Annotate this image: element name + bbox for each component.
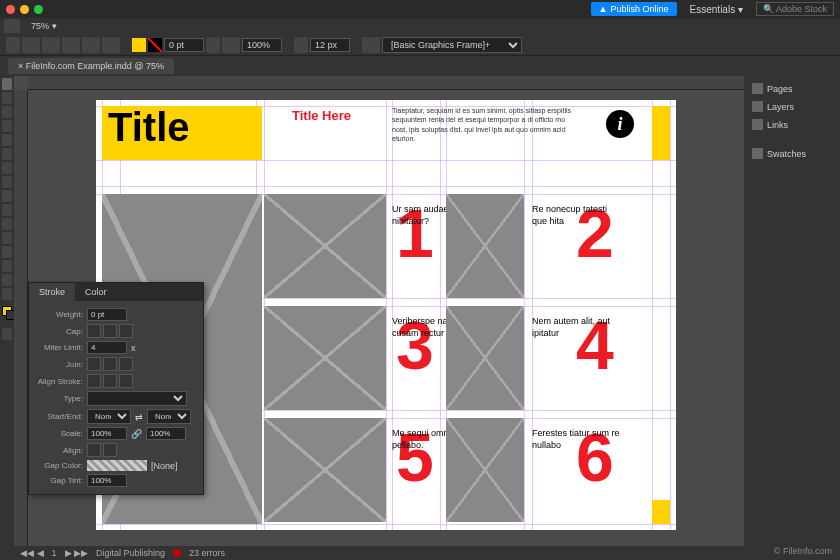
- cap-round-icon[interactable]: [103, 324, 117, 338]
- eyedropper-tool[interactable]: [2, 260, 12, 272]
- subtitle-text[interactable]: Title Here: [292, 108, 351, 123]
- cap-butt-icon[interactable]: [87, 324, 101, 338]
- gap-tool[interactable]: [2, 120, 12, 132]
- publish-button[interactable]: ▲ Publish Online: [591, 2, 677, 16]
- view-mode-tool[interactable]: [2, 328, 12, 340]
- stroke-style-icon[interactable]: [206, 37, 220, 53]
- page-number[interactable]: 1: [52, 548, 57, 558]
- stroke-weight-input[interactable]: [164, 38, 204, 52]
- join-miter-icon[interactable]: [87, 357, 101, 371]
- maximize-icon[interactable]: [34, 5, 43, 14]
- free-transform-tool[interactable]: [2, 232, 12, 244]
- swatches-icon: [752, 148, 763, 159]
- opacity-input[interactable]: [242, 38, 282, 52]
- selection-tool[interactable]: [2, 78, 12, 90]
- swatches-panel-button[interactable]: Swatches: [748, 145, 836, 162]
- pages-panel-button[interactable]: Pages: [748, 80, 836, 97]
- image-frame[interactable]: [446, 418, 524, 522]
- errors-label[interactable]: 23 errors: [189, 548, 225, 558]
- align-group-icon[interactable]: [62, 37, 80, 53]
- color-tab[interactable]: Color: [75, 283, 117, 301]
- caption-text[interactable]: Re nonecup tatesti que hita: [532, 204, 620, 227]
- end-select[interactable]: None: [147, 409, 191, 424]
- zoom-tool[interactable]: [2, 288, 12, 300]
- align-inside-icon[interactable]: [103, 374, 117, 388]
- align-outside-icon[interactable]: [119, 374, 133, 388]
- miter-input[interactable]: [87, 341, 127, 354]
- corner-icon[interactable]: [294, 37, 308, 53]
- pages-icon: [752, 83, 763, 94]
- distribute-icon[interactable]: [82, 37, 100, 53]
- stroke-swatch[interactable]: [148, 38, 162, 52]
- effects-icon[interactable]: [222, 37, 240, 53]
- line-tool[interactable]: [2, 148, 12, 160]
- text-wrap-icon[interactable]: [362, 37, 380, 53]
- app-menu-icon[interactable]: [4, 19, 20, 33]
- scissors-tool[interactable]: [2, 218, 12, 230]
- align-group-icon[interactable]: [42, 37, 60, 53]
- pencil-tool[interactable]: [2, 176, 12, 188]
- type-select[interactable]: [87, 391, 187, 406]
- info-icon[interactable]: i: [606, 110, 634, 138]
- title-text[interactable]: Title: [108, 105, 190, 150]
- scale-start-input[interactable]: [87, 427, 127, 440]
- gap-color-swatch[interactable]: [87, 460, 147, 471]
- corner-input[interactable]: [310, 38, 350, 52]
- join-bevel-icon[interactable]: [119, 357, 133, 371]
- horizontal-ruler[interactable]: [28, 76, 744, 90]
- page-tool[interactable]: [2, 106, 12, 118]
- right-panels: Pages Layers Links Swatches: [744, 76, 840, 560]
- selection-tool-icon[interactable]: [6, 37, 20, 53]
- image-frame[interactable]: [264, 194, 386, 298]
- stroke-panel[interactable]: Stroke Color Weight: Cap: Miter Limit:x …: [28, 282, 204, 495]
- links-icon: [752, 119, 763, 130]
- search-input[interactable]: 🔍 Adobe Stock: [756, 2, 834, 16]
- vertical-ruler[interactable]: [14, 90, 28, 546]
- start-select[interactable]: None: [87, 409, 131, 424]
- layers-icon: [752, 101, 763, 112]
- document-tab[interactable]: × FileInfo.com Example.indd @ 75%: [8, 58, 174, 74]
- body-text[interactable]: Tiaeptatur, sequiam id es sum sinimi, op…: [392, 106, 578, 144]
- hand-tool[interactable]: [2, 274, 12, 286]
- minimize-icon[interactable]: [20, 5, 29, 14]
- gap-tint-input: [87, 474, 127, 487]
- align-center-icon[interactable]: [87, 374, 101, 388]
- scale-end-input[interactable]: [146, 427, 186, 440]
- zoom-select[interactable]: 75% ▾: [31, 21, 57, 31]
- gradient-tool[interactable]: [2, 246, 12, 258]
- color-swatches[interactable]: [2, 306, 12, 326]
- image-frame[interactable]: [446, 306, 524, 410]
- titlebar: ▲ Publish Online Essentials ▾ 🔍 Adobe St…: [0, 0, 840, 18]
- workspace-switcher[interactable]: Essentials ▾: [690, 4, 743, 15]
- rectangle-frame-tool[interactable]: [2, 190, 12, 202]
- watermark: © FileInfo.com: [774, 546, 832, 556]
- intent-label[interactable]: Digital Publishing: [96, 548, 165, 558]
- arrow-align-icon[interactable]: [87, 443, 101, 457]
- links-panel-button[interactable]: Links: [748, 116, 836, 133]
- arrow-align-icon[interactable]: [103, 443, 117, 457]
- stroke-tab[interactable]: Stroke: [29, 283, 75, 301]
- status-bar: ◀◀ ◀ 1 ▶ ▶▶ Digital Publishing 23 errors: [14, 546, 744, 560]
- layers-panel-button[interactable]: Layers: [748, 98, 836, 115]
- join-round-icon[interactable]: [103, 357, 117, 371]
- direct-selection-tool[interactable]: [2, 92, 12, 104]
- pen-tool[interactable]: [2, 162, 12, 174]
- distribute-icon[interactable]: [102, 37, 120, 53]
- caption-text[interactable]: Nem autem alit, aut ipitatur: [532, 316, 620, 339]
- swap-icon[interactable]: ⇄: [135, 412, 143, 422]
- weight-input[interactable]: [87, 308, 127, 321]
- link-icon[interactable]: 🔗: [131, 429, 142, 439]
- rectangle-tool[interactable]: [2, 204, 12, 216]
- error-icon[interactable]: [173, 549, 181, 557]
- close-icon[interactable]: [6, 5, 15, 14]
- type-tool[interactable]: [2, 134, 12, 146]
- menubar: 75% ▾: [0, 18, 840, 34]
- caption-text[interactable]: Ferestes tiatur sum re nullabo: [532, 428, 620, 451]
- image-frame[interactable]: [264, 418, 386, 522]
- image-frame[interactable]: [446, 194, 524, 298]
- align-group-icon[interactable]: [22, 37, 40, 53]
- fill-swatch[interactable]: [132, 38, 146, 52]
- image-frame[interactable]: [264, 306, 386, 410]
- object-style-select[interactable]: [Basic Graphics Frame]+: [382, 37, 522, 53]
- cap-square-icon[interactable]: [119, 324, 133, 338]
